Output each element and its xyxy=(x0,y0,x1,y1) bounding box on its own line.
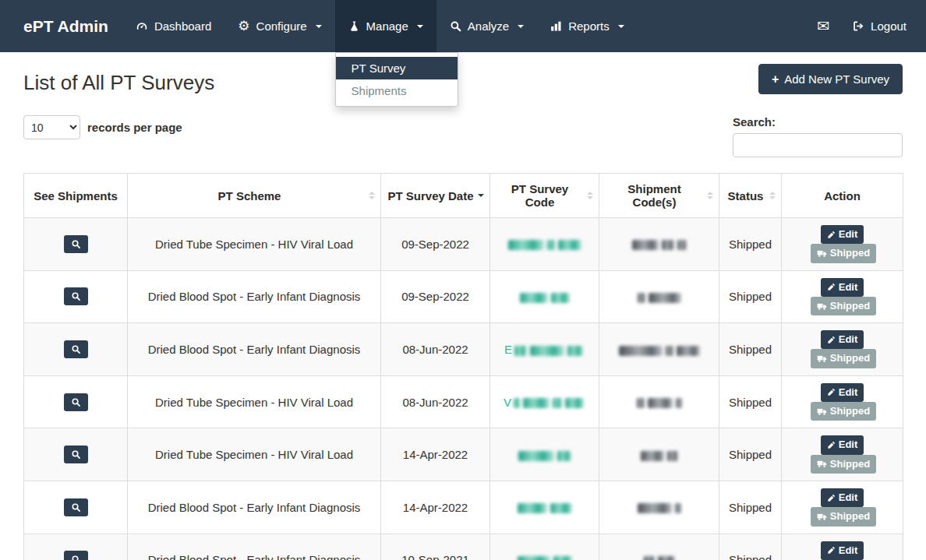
records-per-page-select[interactable]: 10 xyxy=(23,115,80,139)
pencil-icon xyxy=(827,336,836,344)
table-row: Dried Tube Specimen - HIV Viral Load 08-… xyxy=(24,375,903,428)
table-row: Dried Blood Spot - Early Infant Diagnosi… xyxy=(24,270,903,323)
brand[interactable]: ePT Admin xyxy=(23,0,108,52)
edit-button-label: Edit xyxy=(839,387,858,398)
see-shipments-button[interactable] xyxy=(64,393,88,411)
column-header-label: PT Survey Date xyxy=(387,189,473,203)
edit-button[interactable]: Edit xyxy=(821,330,864,349)
pt-survey-code-cell[interactable] xyxy=(490,428,599,481)
see-shipments-button[interactable] xyxy=(64,340,88,358)
status-cell: Shipped xyxy=(719,323,782,376)
sort-icon xyxy=(707,192,713,199)
magnifier-icon xyxy=(71,555,81,560)
column-header-shipment-codes[interactable]: Shipment Code(s) xyxy=(599,174,719,218)
top-navbar: ePT Admin Dashboard ⚙ Configure Manage P… xyxy=(0,0,926,52)
see-shipments-button[interactable] xyxy=(64,551,88,560)
redacted-code-block xyxy=(677,346,700,356)
truck-icon xyxy=(817,354,827,364)
nav-reports-label: Reports xyxy=(568,19,610,33)
see-shipments-button[interactable] xyxy=(64,235,88,253)
shipped-button[interactable]: Shipped xyxy=(811,244,876,262)
pt-survey-code-cell[interactable] xyxy=(490,270,599,323)
pt-survey-date-cell: 14-Apr-2022 xyxy=(381,481,490,534)
shipment-codes-cell[interactable] xyxy=(599,534,719,560)
pt-survey-code-cell[interactable] xyxy=(490,218,599,271)
pt-survey-code-cell[interactable] xyxy=(490,481,599,534)
edit-button-label: Edit xyxy=(839,545,858,556)
pt-survey-code-cell[interactable] xyxy=(490,534,599,560)
nav-analyze[interactable]: Analyze xyxy=(436,0,537,52)
status-cell: Shipped xyxy=(719,375,782,428)
status-cell: Shipped xyxy=(719,428,782,481)
column-header-label: Action xyxy=(824,189,861,203)
search-label: Search: xyxy=(733,115,903,129)
redacted-code-block xyxy=(641,451,664,461)
see-shipments-button[interactable] xyxy=(64,446,88,463)
column-header-status[interactable]: Status xyxy=(719,174,782,218)
nav-manage[interactable]: Manage PT Survey Shipments xyxy=(335,0,436,52)
pt-survey-date-cell: 10-Sep-2021 xyxy=(381,534,490,560)
edit-button[interactable]: Edit xyxy=(821,383,864,402)
table-body: Dried Tube Specimen - HIV Viral Load 09-… xyxy=(24,218,903,560)
pt-survey-code-cell[interactable]: E xyxy=(490,323,599,376)
pencil-icon xyxy=(827,388,836,396)
pencil-icon xyxy=(827,546,836,555)
manage-dropdown-menu: PT Survey Shipments xyxy=(335,52,458,107)
logout-label: Logout xyxy=(871,19,907,33)
shipped-button[interactable]: Shipped xyxy=(811,455,876,474)
menu-item-shipments[interactable]: Shipments xyxy=(336,79,458,102)
shipment-codes-cell[interactable] xyxy=(599,375,719,428)
truck-icon xyxy=(817,248,827,259)
nav-dashboard[interactable]: Dashboard xyxy=(122,0,224,52)
status-cell: Shipped xyxy=(719,218,782,271)
see-shipments-button[interactable] xyxy=(64,498,88,516)
column-header-see-shipments: See Shipments xyxy=(24,174,128,218)
column-header-pt-survey-code[interactable]: PT Survey Code xyxy=(490,174,599,218)
edit-button[interactable]: Edit xyxy=(821,225,864,244)
add-new-pt-survey-button[interactable]: + Add New PT Survey xyxy=(758,64,903,94)
edit-button[interactable]: Edit xyxy=(821,541,864,560)
edit-button[interactable]: Edit xyxy=(821,435,864,454)
redacted-code-block xyxy=(677,240,687,250)
code-prefix: E xyxy=(504,343,512,356)
shipment-codes-cell[interactable] xyxy=(599,270,719,323)
pt-survey-code-cell[interactable]: V xyxy=(490,375,599,428)
redacted-code-block xyxy=(632,240,659,250)
magnifier-icon xyxy=(71,239,81,249)
magnifier-icon xyxy=(71,397,81,407)
nav-reports[interactable]: Reports xyxy=(537,0,638,52)
redacted-code-block xyxy=(565,398,584,408)
redacted-code-block xyxy=(619,346,663,356)
table-row: Dried Blood Spot - Early Infant Diagnosi… xyxy=(24,481,903,534)
column-header-label: PT Survey Code xyxy=(511,182,568,209)
redacted-code-block xyxy=(551,293,570,303)
main-content: List of All PT Surveys + Add New PT Surv… xyxy=(0,52,926,560)
redacted-code-block xyxy=(676,398,682,408)
logout-button[interactable]: Logout xyxy=(853,19,907,33)
shipped-button-label: Shipped xyxy=(830,248,870,259)
chevron-down-icon xyxy=(518,25,524,28)
column-header-label: See Shipments xyxy=(34,189,118,203)
edit-button[interactable]: Edit xyxy=(821,278,864,297)
see-shipments-button[interactable] xyxy=(64,287,88,305)
shipped-button[interactable]: Shipped xyxy=(811,349,876,368)
column-header-pt-survey-date[interactable]: PT Survey Date xyxy=(381,174,490,218)
shipment-codes-cell[interactable] xyxy=(599,218,719,271)
pt-scheme-cell: Dried Tube Specimen - HIV Viral Load xyxy=(128,218,381,271)
main-nav: Dashboard ⚙ Configure Manage PT Survey S… xyxy=(122,0,638,52)
search-input[interactable] xyxy=(733,133,903,157)
shipment-codes-cell[interactable] xyxy=(599,481,719,534)
flask-icon xyxy=(348,20,360,32)
menu-item-pt-survey[interactable]: PT Survey xyxy=(336,57,458,79)
shipped-button[interactable]: Shipped xyxy=(811,402,876,421)
nav-configure[interactable]: ⚙ Configure xyxy=(224,0,334,52)
chevron-down-icon xyxy=(618,25,624,28)
shipment-codes-cell[interactable] xyxy=(599,428,719,481)
sort-desc-icon xyxy=(478,194,484,197)
shipped-button[interactable]: Shipped xyxy=(811,297,876,315)
edit-button[interactable]: Edit xyxy=(821,488,864,507)
shipment-codes-cell[interactable] xyxy=(599,323,719,376)
column-header-pt-scheme[interactable]: PT Scheme xyxy=(128,174,381,218)
envelope-icon[interactable]: ✉ xyxy=(817,19,829,33)
shipped-button[interactable]: Shipped xyxy=(811,507,876,526)
